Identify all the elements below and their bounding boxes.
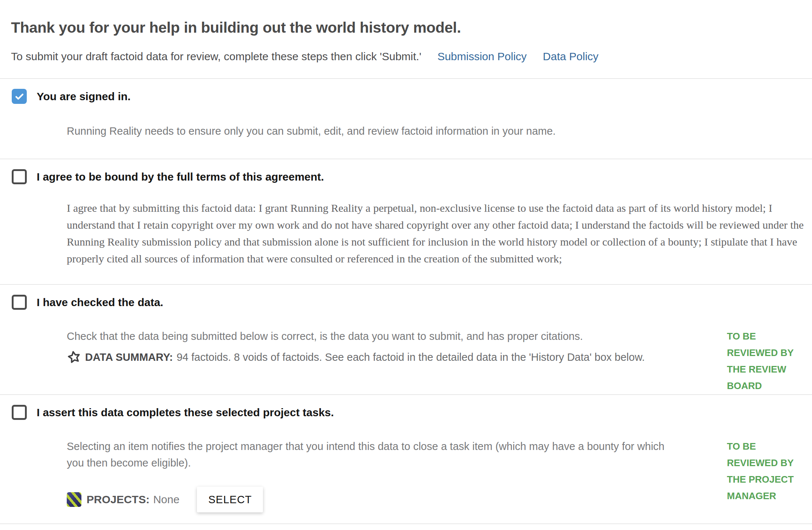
step-agreement-head: I agree to be bound by the full terms of… [12, 169, 812, 184]
step-signed-in-label: You are signed in. [37, 90, 131, 103]
step-checked-data-label: I have checked the data. [37, 296, 163, 309]
subtitle-row: To submit your draft factoid data for re… [11, 50, 801, 78]
projects-row: PROJECTS: None SELECT [67, 487, 723, 523]
review-board-note: TO BE REVIEWED BY THE REVIEW BOARD [727, 328, 805, 394]
project-manager-note: TO BE REVIEWED BY THE PROJECT MANAGER [727, 438, 805, 523]
data-summary-row: DATA SUMMARY: 94 factoids. 8 voids of fa… [67, 350, 723, 380]
step-signed-in-head: You are signed in. [12, 89, 812, 104]
projects-icon [67, 492, 81, 507]
submission-policy-link[interactable]: Submission Policy [438, 50, 527, 63]
star-icon [66, 349, 83, 366]
signed-in-checkbox[interactable] [12, 89, 27, 104]
data-summary-text: 94 factoids. 8 voids of factoids. See ea… [176, 351, 645, 363]
step-checked-data: I have checked the data. Check that the … [0, 285, 812, 395]
project-tasks-content: Selecting an item notifies the project m… [12, 438, 723, 523]
step-project-tasks-body: Selecting an item notifies the project m… [12, 438, 812, 523]
factoid-submission-form: Thank you for your help in building out … [0, 0, 812, 530]
checked-data-description: Check that the data being submitted belo… [67, 328, 723, 345]
step-agreement-label: I agree to be bound by the full terms of… [37, 171, 324, 183]
step-project-tasks: I assert this data completes these selec… [0, 395, 812, 524]
agreement-checkbox[interactable] [12, 169, 27, 184]
data-policy-link[interactable]: Data Policy [543, 50, 599, 63]
checked-data-content: Check that the data being submitted belo… [12, 328, 723, 394]
projects-value: None [153, 493, 180, 506]
step-agreement-body: I agree that by submitting this factoid … [12, 200, 812, 284]
data-summary-label: DATA SUMMARY: [85, 351, 173, 363]
form-footer: SUBMIT [0, 524, 812, 530]
projects-label: PROJECTS: [87, 493, 150, 506]
step-checked-data-head: I have checked the data. [12, 295, 812, 310]
step-project-tasks-label: I assert this data completes these selec… [37, 406, 334, 419]
step-signed-in-body: Running Reality needs to ensure only you… [12, 123, 812, 159]
agreement-terms-text: I agree that by submitting this factoid … [67, 200, 804, 284]
signed-in-description: Running Reality needs to ensure only you… [67, 123, 812, 159]
page-title: Thank you for your help in building out … [11, 19, 801, 36]
step-checked-data-body: Check that the data being submitted belo… [12, 328, 812, 394]
step-project-tasks-head: I assert this data completes these selec… [12, 405, 812, 420]
checkmark-icon [14, 91, 25, 102]
step-agreement: I agree to be bound by the full terms of… [0, 159, 812, 285]
project-tasks-checkbox[interactable] [12, 405, 27, 420]
page-subtitle: To submit your draft factoid data for re… [11, 50, 421, 63]
project-tasks-description: Selecting an item notifies the project m… [67, 438, 672, 471]
step-signed-in: You are signed in. Running Reality needs… [0, 79, 812, 159]
form-header: Thank you for your help in building out … [0, 0, 812, 79]
select-projects-button[interactable]: SELECT [197, 487, 263, 512]
checked-data-checkbox[interactable] [12, 295, 27, 310]
